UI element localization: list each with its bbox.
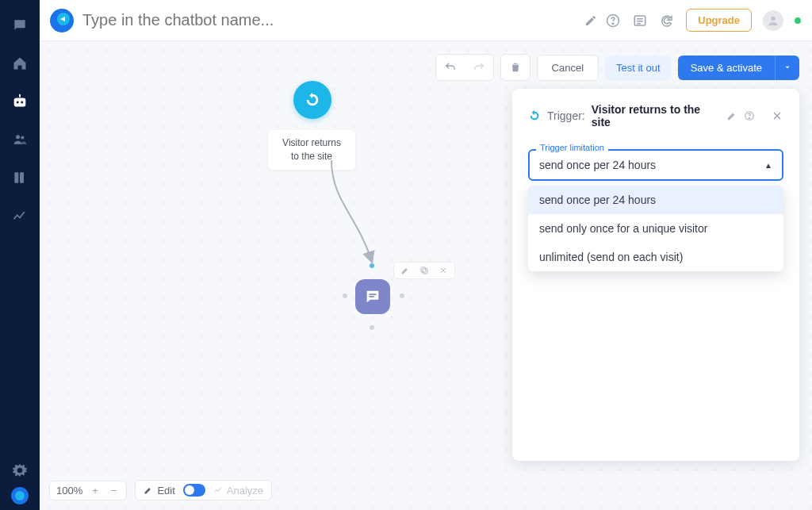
zoom-level: 100% <box>56 485 82 497</box>
svg-point-15 <box>771 16 775 20</box>
trigger-limitation-label: Trigger limitation <box>536 143 608 152</box>
option-1[interactable]: send once per 24 hours <box>528 186 783 214</box>
zoom-control: 100% + − <box>49 481 127 500</box>
trigger-limitation-dropdown: send once per 24 hours send only once fo… <box>528 186 783 271</box>
node-edit-icon[interactable] <box>396 264 415 277</box>
svg-rect-6 <box>14 172 18 182</box>
svg-point-9 <box>15 491 25 500</box>
nav-bot-icon[interactable] <box>10 92 29 111</box>
svg-point-4 <box>16 135 20 139</box>
svg-point-21 <box>749 117 749 118</box>
chatbot-name-input[interactable] <box>82 11 573 29</box>
option-2[interactable]: send only once for a unique visitor <box>528 214 783 243</box>
pencil-icon <box>144 485 153 495</box>
panel-trigger-name: Visitor returns to the site <box>592 103 714 128</box>
nav-contacts-icon[interactable] <box>10 130 29 149</box>
node-port[interactable] <box>400 293 404 298</box>
trigger-limitation-value: send once per 24 hours <box>539 159 656 171</box>
message-node[interactable] <box>355 279 390 314</box>
undo-icon[interactable] <box>436 55 465 80</box>
node-port[interactable] <box>370 325 374 330</box>
upgrade-button[interactable]: Upgrade <box>686 9 752 32</box>
refresh-icon <box>304 91 321 109</box>
panel-edit-icon[interactable] <box>726 110 737 121</box>
online-status-dot <box>795 17 801 24</box>
analyze-mode-button[interactable]: Analyze <box>213 485 263 497</box>
node-duplicate-icon[interactable] <box>415 264 434 277</box>
news-icon[interactable] <box>632 13 648 29</box>
message-icon <box>364 288 381 305</box>
nav-home-icon[interactable] <box>10 54 29 73</box>
chevron-down-icon <box>783 63 791 71</box>
mode-switch: Edit Analyze <box>135 480 272 500</box>
svg-rect-18 <box>423 269 427 274</box>
chevron-up-icon: ▲ <box>764 161 772 170</box>
panel-close-icon[interactable] <box>771 109 783 122</box>
topbar: Upgrade <box>40 0 812 41</box>
node-toolbar <box>393 262 455 279</box>
edit-mode-button[interactable]: Edit <box>144 485 174 497</box>
zoom-out-button[interactable]: − <box>108 485 121 497</box>
bottom-toolbar: 100% + − Edit Analyze <box>49 480 272 500</box>
save-activate-button[interactable]: Save & activate <box>678 56 775 80</box>
analytics-icon <box>213 485 223 495</box>
svg-rect-7 <box>20 172 24 182</box>
svg-rect-19 <box>421 267 426 272</box>
svg-point-13 <box>613 23 615 25</box>
panel-trigger-prefix: Trigger: <box>547 109 585 122</box>
nav-chat-icon[interactable] <box>10 16 29 35</box>
trigger-node-label: Visitor returns to the site <box>268 130 355 170</box>
panel-help-icon[interactable] <box>744 110 755 121</box>
svg-rect-16 <box>369 293 376 295</box>
save-dropdown-button[interactable] <box>775 56 799 80</box>
zoom-in-button[interactable]: + <box>89 485 102 497</box>
node-delete-icon[interactable] <box>434 264 453 277</box>
node-port[interactable] <box>370 263 374 268</box>
option-3[interactable]: unlimited (send on each visit) <box>528 243 783 271</box>
refresh-icon <box>528 109 541 122</box>
svg-point-1 <box>17 101 19 103</box>
canvas-toolbar: Cancel Test it out Save & activate <box>435 54 799 81</box>
svg-rect-3 <box>19 94 21 98</box>
help-icon[interactable] <box>605 13 621 29</box>
trigger-node[interactable] <box>293 81 331 119</box>
brand-logo-icon <box>49 8 75 33</box>
svg-rect-17 <box>369 296 373 297</box>
svg-point-2 <box>21 101 23 103</box>
nav-analytics-icon[interactable] <box>10 206 29 225</box>
trigger-limitation-select[interactable]: send once per 24 hours ▲ <box>528 149 783 181</box>
redo-icon[interactable] <box>465 55 493 80</box>
delete-icon[interactable] <box>501 55 530 80</box>
user-avatar[interactable] <box>763 10 783 31</box>
edit-mode-label: Edit <box>157 485 174 497</box>
test-button[interactable]: Test it out <box>605 56 672 80</box>
svg-point-5 <box>21 136 24 140</box>
left-nav-rail <box>0 0 40 510</box>
nav-settings-icon[interactable] <box>0 462 40 478</box>
analyze-mode-label: Analyze <box>227 485 263 497</box>
nav-library-icon[interactable] <box>10 168 29 187</box>
cancel-button[interactable]: Cancel <box>537 55 599 81</box>
mode-toggle[interactable] <box>183 484 205 497</box>
trigger-config-panel: Trigger: Visitor returns to the site Tri… <box>512 89 799 461</box>
node-port[interactable] <box>343 293 347 298</box>
flow-canvas[interactable]: Cancel Test it out Save & activate Visit… <box>40 41 812 510</box>
svg-rect-0 <box>14 98 26 106</box>
nav-brand-logo-icon <box>0 486 40 505</box>
edit-title-icon[interactable] <box>584 14 597 27</box>
refresh-icon[interactable] <box>659 13 675 29</box>
